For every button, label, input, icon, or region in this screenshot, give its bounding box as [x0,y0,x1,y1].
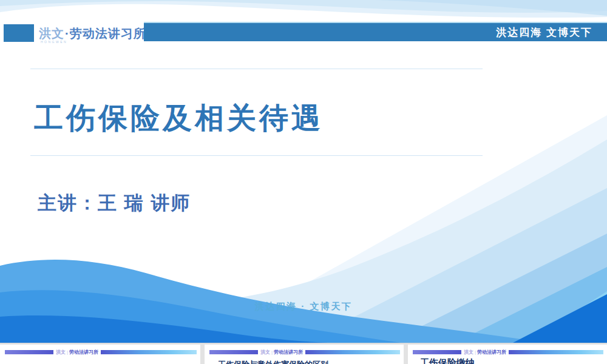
thumbnail-logo: 洪文|劳动法讲习所 [56,349,98,356]
title-divider-top [30,69,483,69]
thumbnail-header-bar-right [305,350,400,354]
brand-logo-primary: 洪文 [39,27,64,40]
thumbnail-slide-title: 工伤保险与意外伤害保险的区别 [218,359,328,364]
thumbnail-logo-primary: 洪文 [464,349,473,355]
header-tagline: 洪达四海 文博天下 [496,25,592,39]
slide-thumbnail-2[interactable]: 洪文|劳动法讲习所 工伤保险与意外伤害保险的区别 [205,345,404,364]
thumbnail-header-bar-left [5,350,53,354]
thumbnail-header: 洪文|劳动法讲习所 [413,349,603,355]
brand-logo-secondary: 劳动法讲习所 [70,27,146,40]
header-bar: 洪达四海 文博天下 [144,22,607,41]
thumbnail-header-bar-right [101,350,197,354]
thumbnail-header: 洪文|劳动法讲习所 [5,349,197,355]
thumbnail-strip: 洪文|劳动法讲习所 洪文|劳动法讲习所 工伤保险与意外伤害保险的区别 洪文|劳动… [0,343,607,364]
thumbnail-logo-secondary: 劳动法讲习所 [69,349,98,355]
header-accent-square [4,24,34,42]
thumbnail-logo: 洪文|劳动法讲习所 [260,349,303,356]
thumbnail-logo-primary: 洪文 [56,349,66,355]
slide-thumbnail-3[interactable]: 洪文|劳动法讲习所 工伤保险缴纳 [408,345,607,364]
thumbnail-logo-secondary: 劳动法讲习所 [274,349,303,355]
watermark-text: 洪达四海 · 文博天下 [0,301,607,312]
thumbnail-header-bar-left [413,350,461,354]
thumbnail-slide-title: 工伤保险缴纳 [420,357,475,364]
brand-logo-subtext: HONGWEN [41,40,67,44]
thumbnail-header-bar-left [209,350,258,354]
thumbnail-logo: 洪文|劳动法讲习所 [464,349,506,356]
thumbnail-logo-primary: 洪文 [260,349,270,355]
thumbnail-header: 洪文|劳动法讲习所 [209,349,400,355]
thumbnail-header-bar-right [509,350,603,354]
slide-thumbnail-1[interactable]: 洪文|劳动法讲习所 [0,345,200,364]
brand-logo-separator: · [65,27,69,40]
top-wave-decoration [0,0,607,22]
slide-canvas: 洪文·劳动法讲习所 HONGWEN 洪达四海 文博天下 工伤保险及相关待遇 主讲… [0,0,607,343]
thumbnail-logo-secondary: 劳动法讲习所 [477,349,506,355]
